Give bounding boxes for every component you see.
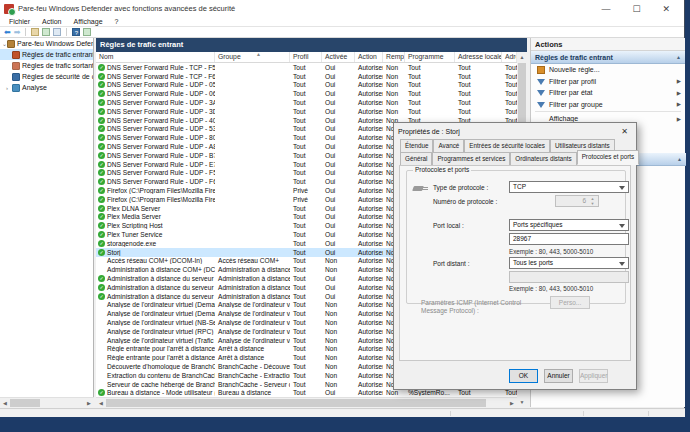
tab-avanc-[interactable]: Avancé (433, 139, 464, 152)
action-item-filtrer-par-tat[interactable]: Filtrer par état▶ (531, 87, 685, 99)
table-row[interactable]: ✓DNS Server Forward Rule - UDP - 06B01D.… (96, 89, 517, 98)
rule-action-cell: Autoriser (355, 187, 383, 194)
forward-icon[interactable]: ➡ (14, 28, 21, 37)
column-header-groupe[interactable]: Groupe▲ (215, 52, 290, 62)
cancel-button[interactable]: Annuler (544, 369, 573, 383)
tab-g-n-ral[interactable]: Général (400, 152, 432, 165)
column-header-adre[interactable]: Adre (502, 52, 517, 62)
minimize-button[interactable]: — (601, 4, 610, 14)
submenu-arrow-icon: ▶ (677, 101, 681, 107)
rule-action-cell: Autoriser (355, 381, 383, 388)
column-header-programme[interactable]: Programme (405, 52, 455, 62)
column-header-activée[interactable]: Activée (322, 52, 355, 62)
rule-name-cell: ✓Bureau à distance - Mode utilisateur (T… (96, 389, 215, 396)
rule-action-cell: Autoriser (355, 81, 383, 88)
rule-enabled-cell: Oui (322, 231, 355, 238)
help-icon[interactable]: ? (72, 28, 80, 36)
close-button[interactable]: ✕ (662, 4, 670, 14)
scroll-right-icon[interactable]: ▶ (507, 398, 517, 408)
column-header-label: Remplacer (386, 53, 405, 60)
rule-profile-cell: Tout (290, 240, 322, 247)
protocol-type-dropdown[interactable]: TCP (509, 181, 629, 193)
column-header-action[interactable]: Action (355, 52, 383, 62)
menu-item-affichage[interactable]: Affichage (68, 18, 107, 25)
action-item-filtrer-par-groupe[interactable]: Filtrer par groupe▶ (531, 99, 685, 111)
protocol-number-value: 6 (582, 197, 586, 204)
back-icon[interactable]: ⬅ (4, 28, 11, 37)
scroll-left-icon[interactable]: ◀ (0, 398, 10, 408)
local-port-input[interactable]: 28967 (509, 233, 629, 245)
table-row[interactable]: ✓DNS Server Forward Rule - UDP - 3DA8CE.… (96, 107, 517, 116)
scrollbar-thumb[interactable] (10, 399, 40, 407)
scrollbar-thumb[interactable] (106, 399, 486, 407)
taskbar-edge (0, 417, 690, 432)
action-item-nouvelle-r-gle-[interactable]: Nouvelle règle... (531, 64, 685, 76)
remote-port-dropdown[interactable]: Tous les ports (509, 257, 629, 269)
rule-action-cell: Autoriser (355, 231, 383, 238)
rule-name-cell: ✓Administration à distance du serveur de… (96, 284, 215, 291)
menu-item-fichier[interactable]: Fichier (4, 18, 35, 25)
rule-name: DNS Server Forward Rule - UDP - 809EE57.… (107, 134, 215, 141)
sidebar-item-mon[interactable]: ›Analyse (0, 82, 93, 93)
show-console-tree-icon[interactable] (42, 28, 50, 36)
tab-protocoles-et-ports[interactable]: Protocoles et ports (577, 150, 640, 165)
rule-profile-cell: Tout (290, 354, 322, 361)
tab-ordinateurs-distants[interactable]: Ordinateurs distants (510, 152, 576, 165)
tab-entr-es-de-s-curit-locales[interactable]: Entrées de sécurité locales (464, 139, 550, 152)
sidebar-item-out[interactable]: Règles de trafic sortant (0, 60, 93, 71)
rule-name: Analyse de l'ordinateur virtuel (Demande… (107, 310, 215, 317)
table-row[interactable]: ✓DNS Server Forward Rule - UDP - 05E2A9.… (96, 81, 517, 90)
ok-button[interactable]: OK (509, 369, 538, 383)
column-header-profil[interactable]: Profil (290, 52, 322, 62)
menu-item-action[interactable]: Action (37, 18, 66, 25)
collapse-icon[interactable]: ▲ (676, 54, 681, 60)
no-icon (98, 337, 105, 344)
submenu-arrow-icon: ▶ (677, 78, 681, 84)
list-panel-title: Règles de trafic entrant (96, 38, 527, 52)
remote-port-example: Exemple : 80, 443, 5000-5010 (509, 285, 593, 292)
rule-name: storagenode.exe (107, 240, 156, 247)
rule-profile-cell: Tout (290, 134, 322, 141)
rule-action-cell: Autoriser (355, 249, 383, 256)
tab--tendue[interactable]: Étendue (400, 139, 433, 152)
rule-enabled-cell: Non (322, 337, 355, 344)
scroll-left-icon[interactable]: ◀ (96, 398, 106, 408)
protocol-number-spinner[interactable]: 6 ▲▼ (555, 195, 599, 207)
rule-remote-address-cell: Tout (502, 99, 517, 106)
menu-item-?[interactable]: ? (110, 18, 124, 25)
local-port-dropdown[interactable]: Ports spécifiques (509, 219, 629, 231)
horizontal-scrollbar[interactable]: ◀ ▶ (96, 397, 517, 407)
dialog-close-icon[interactable]: ✕ (617, 127, 632, 136)
rule-profile-cell: Tout (290, 117, 322, 124)
console-window-icon[interactable] (83, 28, 91, 36)
tree-root-firewall[interactable]: ⌄Pare-feu Windows Defender av (0, 38, 93, 49)
enabled-check-icon: ✓ (98, 161, 105, 168)
table-row[interactable]: ✓DNS Server Forward Rule - TCP - F567272… (96, 63, 517, 72)
scroll-down-icon[interactable]: ▼ (517, 397, 527, 407)
scroll-up-icon[interactable]: ▲ (517, 52, 527, 62)
column-header-remplacer[interactable]: Remplacer (383, 52, 405, 62)
table-row[interactable]: ✓DNS Server Forward Rule - TCP - F637AF.… (96, 72, 517, 81)
spinner-arrows-icon[interactable]: ▲▼ (588, 196, 597, 206)
action-item-filtrer-par-profil[interactable]: Filtrer par profil▶ (531, 76, 685, 88)
table-row[interactable]: ✓DNS Server Forward Rule - UDP - 3A6438.… (96, 98, 517, 107)
tab-programmes-et-services[interactable]: Programmes et services (432, 152, 510, 165)
collapse-icon[interactable]: ▲ (677, 156, 682, 162)
maximize-button[interactable]: ☐ (632, 4, 640, 14)
properties-icon[interactable] (53, 28, 61, 36)
column-header-nom[interactable]: Nom (96, 52, 215, 62)
rule-enabled-cell: Oui (322, 293, 355, 300)
rule-enabled-cell: Oui (322, 73, 355, 80)
column-header-adresse-locale[interactable]: Adresse locale (455, 52, 502, 62)
scroll-right-icon[interactable]: ▶ (84, 398, 94, 408)
sidebar-item-sec[interactable]: Règles de sécurité de conne (0, 71, 93, 82)
tree-horizontal-scrollbar[interactable]: ◀ ▶ (0, 397, 94, 407)
enabled-check-icon: ✓ (98, 152, 105, 159)
export-list-icon[interactable] (31, 28, 39, 36)
rule-name-cell: ✓DNS Server Forward Rule - UDP - F567272… (96, 169, 215, 176)
action-item-label: Filtrer par profil (549, 78, 596, 85)
actions-section-inbound-rules[interactable]: Règles de trafic entrant ▲ (531, 51, 685, 64)
rule-name-cell: ✓Administration à distance du serveur de… (96, 275, 215, 282)
rule-action-cell: Autoriser (355, 372, 383, 379)
sidebar-item-in[interactable]: Règles de trafic entrant (0, 49, 93, 60)
